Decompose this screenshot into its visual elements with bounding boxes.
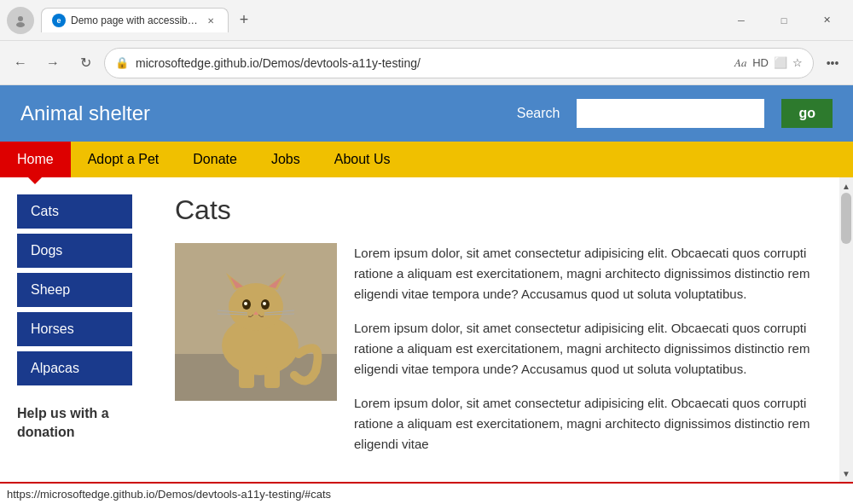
content-area: Cats bbox=[149, 177, 839, 482]
nav-item-jobs[interactable]: Jobs bbox=[254, 142, 317, 177]
scrollbar[interactable]: ▲ ▼ bbox=[839, 177, 853, 482]
content-body: Lorem ipsum dolor, sit amet consectetur … bbox=[175, 243, 814, 468]
sidebar-item-horses[interactable]: Horses bbox=[17, 312, 132, 346]
paragraph-2: Lorem ipsum dolor, sit amet consectetur … bbox=[354, 318, 814, 379]
main-layout: Cats Dogs Sheep Horses Alpacas Help us w… bbox=[0, 177, 853, 482]
site-navigation: Home Adopt a Pet Donate Jobs About Us bbox=[0, 142, 853, 177]
tab-title: Demo page with accessibility iss bbox=[71, 14, 199, 26]
content-title: Cats bbox=[175, 194, 814, 226]
minimize-button[interactable]: ─ bbox=[722, 7, 761, 34]
scroll-up-button[interactable]: ▲ bbox=[839, 179, 853, 193]
svg-point-1 bbox=[16, 22, 25, 27]
site-header: Animal shelter Search go bbox=[0, 85, 853, 142]
address-bar[interactable]: 🔒 microsoftedge.github.io/Demos/devtools… bbox=[104, 48, 814, 78]
screenshot-icon: ⬜ bbox=[774, 56, 787, 69]
lock-icon: 🔒 bbox=[115, 56, 129, 69]
paragraph-1: Lorem ipsum dolor, sit amet consectetur … bbox=[354, 243, 814, 304]
favorites-icon: ☆ bbox=[792, 56, 803, 69]
scroll-track[interactable] bbox=[839, 193, 853, 466]
cat-image bbox=[175, 243, 337, 401]
navigation-bar: ← → ↻ 🔒 microsoftedge.github.io/Demos/de… bbox=[0, 41, 853, 85]
nav-item-about[interactable]: About Us bbox=[317, 142, 408, 177]
site-title: Animal shelter bbox=[20, 101, 500, 125]
edge-browser-icon: e bbox=[52, 14, 66, 27]
sidebar-item-alpacas[interactable]: Alpacas bbox=[17, 351, 132, 385]
nav-extra-buttons: ••• bbox=[819, 49, 846, 77]
scroll-thumb[interactable] bbox=[841, 193, 851, 244]
refresh-button[interactable]: ↻ bbox=[72, 49, 99, 77]
profile-icon[interactable] bbox=[7, 7, 34, 34]
forward-button[interactable]: → bbox=[39, 49, 67, 77]
svg-rect-20 bbox=[264, 367, 280, 388]
sidebar: Cats Dogs Sheep Horses Alpacas Help us w… bbox=[0, 177, 149, 482]
sidebar-item-sheep[interactable]: Sheep bbox=[17, 273, 132, 307]
browser-window: e Demo page with accessibility iss ✕ + ─… bbox=[0, 0, 853, 504]
nav-item-donate[interactable]: Donate bbox=[176, 142, 254, 177]
status-bar: https://microsoftedge.github.io/Demos/de… bbox=[0, 482, 853, 504]
address-text: microsoftedge.github.io/Demos/devtools-a… bbox=[136, 56, 728, 70]
nav-item-home[interactable]: Home bbox=[0, 142, 71, 177]
active-tab[interactable]: e Demo page with accessibility iss ✕ bbox=[41, 8, 229, 32]
nav-item-adopt[interactable]: Adopt a Pet bbox=[71, 142, 177, 177]
read-aloud-icon: 𝐴𝑎 bbox=[734, 56, 747, 70]
status-url: https://microsoftedge.github.io/Demos/de… bbox=[7, 488, 331, 501]
search-button[interactable]: go bbox=[781, 99, 833, 128]
back-button[interactable]: ← bbox=[7, 49, 34, 77]
tab-bar: e Demo page with accessibility iss ✕ + bbox=[41, 8, 715, 32]
search-label: Search bbox=[517, 106, 560, 121]
sidebar-donation-text: Help us with a donation bbox=[0, 391, 149, 456]
svg-point-13 bbox=[263, 302, 266, 305]
maximize-button[interactable]: □ bbox=[764, 7, 804, 34]
svg-rect-19 bbox=[239, 367, 254, 388]
immersive-reader-icon: HD bbox=[752, 56, 769, 69]
paragraph-3: Lorem ipsum dolor, sit amet consectetur … bbox=[354, 393, 814, 455]
svg-point-5 bbox=[229, 283, 283, 331]
close-button[interactable]: ✕ bbox=[807, 7, 846, 34]
more-options-button[interactable]: ••• bbox=[819, 49, 846, 77]
svg-point-12 bbox=[244, 302, 247, 305]
search-input[interactable] bbox=[577, 99, 764, 128]
text-blocks: Lorem ipsum dolor, sit amet consectetur … bbox=[354, 243, 814, 468]
scroll-down-button[interactable]: ▼ bbox=[839, 466, 853, 480]
new-tab-button[interactable]: + bbox=[232, 9, 256, 32]
svg-point-0 bbox=[18, 16, 23, 21]
sidebar-item-dogs[interactable]: Dogs bbox=[17, 234, 132, 268]
tab-close-button[interactable]: ✕ bbox=[204, 14, 218, 27]
sidebar-item-cats[interactable]: Cats bbox=[17, 194, 132, 229]
page-content: Animal shelter Search go Home Adopt a Pe… bbox=[0, 85, 853, 504]
window-controls: ─ □ ✕ bbox=[722, 7, 846, 34]
address-icons: 𝐴𝑎 HD ⬜ ☆ bbox=[734, 56, 803, 70]
title-bar: e Demo page with accessibility iss ✕ + ─… bbox=[0, 0, 853, 41]
